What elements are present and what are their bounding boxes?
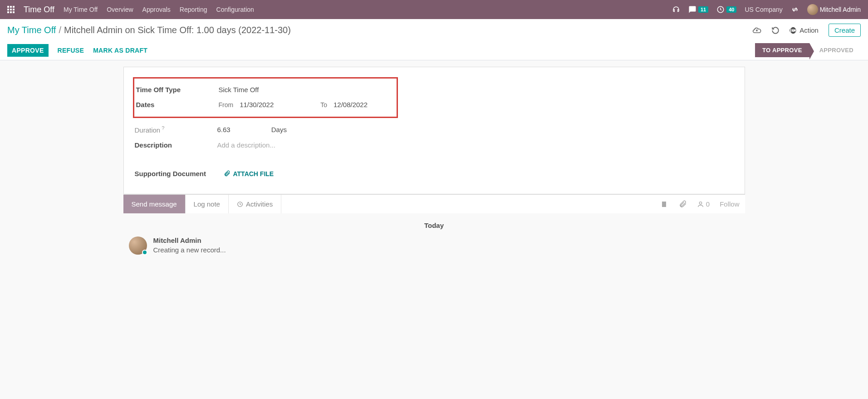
help-icon[interactable]: ?	[160, 125, 164, 131]
followers-number: 0	[706, 200, 710, 208]
highlight-box: Time Off Type Sick Time Off Dates From 1…	[133, 77, 398, 118]
cloud-save-icon[interactable]	[752, 26, 761, 35]
description-input[interactable]: Add a description...	[217, 141, 275, 149]
control-panel: My Time Off / Mitchell Admin on Sick Tim…	[0, 19, 868, 60]
approve-button[interactable]: APPROVE	[7, 44, 49, 57]
presence-indicator	[142, 250, 147, 255]
duration-unit: Days	[271, 126, 287, 133]
mark-as-draft-button[interactable]: MARK AS DRAFT	[93, 47, 147, 54]
attach-file-button[interactable]: ATTACH FILE	[224, 170, 274, 177]
status-bar: TO APPROVE APPROVED	[755, 43, 861, 57]
from-label: From	[219, 101, 234, 108]
activities-button[interactable]: Activities	[229, 195, 281, 213]
nav-overview[interactable]: Overview	[107, 6, 133, 13]
send-message-button[interactable]: Send message	[123, 195, 186, 213]
duration-label: Duration ?	[133, 125, 217, 134]
breadcrumb-parent[interactable]: My Time Off	[7, 25, 56, 35]
apps-icon[interactable]	[7, 6, 15, 13]
action-label: Action	[799, 26, 819, 34]
form-sheet: Time Off Type Sick Time Off Dates From 1…	[123, 67, 745, 194]
support-icon[interactable]	[672, 5, 680, 14]
nav-reporting[interactable]: Reporting	[180, 6, 207, 13]
today-separator: Today	[123, 213, 745, 234]
date-to-value[interactable]: 12/08/2022	[333, 101, 368, 108]
user-menu[interactable]: Mitchell Admin	[807, 4, 861, 15]
discard-icon[interactable]	[771, 26, 780, 34]
nav-configuration[interactable]: Configuration	[216, 6, 254, 13]
user-name: Mitchell Admin	[820, 6, 861, 13]
message-author: Mitchell Admin	[153, 236, 226, 244]
app-brand[interactable]: Time Off	[24, 5, 54, 15]
nav-approvals[interactable]: Approvals	[142, 6, 171, 13]
activities-badge: 40	[726, 6, 736, 13]
attachments-icon[interactable]	[661, 200, 669, 208]
chatter-tabs: Send message Log note Activities	[123, 195, 282, 213]
nav-my-time-off[interactable]: My Time Off	[64, 6, 98, 13]
breadcrumb-current: Mitchell Admin on Sick Time Off: 1.00 da…	[64, 25, 291, 35]
followers-count[interactable]: 0	[697, 200, 710, 208]
follow-button[interactable]: Follow	[720, 200, 739, 208]
message-avatar	[129, 236, 147, 255]
type-value[interactable]: Sick Time Off	[219, 86, 259, 94]
chatter: Send message Log note Activities 0 Follo…	[116, 194, 752, 257]
activities-label: Activities	[246, 200, 273, 208]
dates-label: Dates	[134, 101, 219, 108]
duration-value[interactable]: 6.63	[217, 126, 230, 133]
create-button[interactable]: Create	[829, 24, 861, 37]
paperclip-icon[interactable]	[679, 200, 687, 208]
workflow-bar: APPROVE REFUSE MARK AS DRAFT TO APPROVE …	[0, 40, 868, 60]
log-note-button[interactable]: Log note	[186, 195, 229, 213]
company-switcher[interactable]: US Company	[745, 6, 782, 13]
navbar-left: Time Off My Time Off Overview Approvals …	[7, 5, 254, 15]
supporting-doc-label: Supporting Document	[133, 170, 224, 177]
avatar-icon	[807, 4, 818, 15]
status-approved[interactable]: APPROVED	[809, 43, 861, 57]
action-dropdown[interactable]: Action	[790, 26, 819, 34]
to-label: To	[320, 101, 327, 108]
attach-file-label: ATTACH FILE	[233, 170, 274, 177]
message-item: Mitchell Admin Creating a new record...	[123, 234, 745, 257]
messages-icon[interactable]: 11	[688, 5, 708, 14]
top-navbar: Time Off My Time Off Overview Approvals …	[0, 0, 868, 19]
svg-point-2	[699, 202, 701, 204]
messages-badge: 11	[698, 6, 708, 13]
breadcrumb: My Time Off / Mitchell Admin on Sick Tim…	[7, 25, 291, 35]
status-to-approve[interactable]: TO APPROVE	[755, 43, 809, 57]
description-label: Description	[133, 141, 217, 149]
debug-icon[interactable]	[791, 5, 799, 14]
navbar-right: 11 40 US Company Mitchell Admin	[672, 4, 861, 15]
type-label: Time Off Type	[134, 86, 219, 94]
breadcrumb-separator: /	[59, 25, 61, 35]
cp-actions: Action Create	[752, 24, 861, 37]
activities-icon[interactable]: 40	[716, 5, 736, 14]
date-from-value[interactable]: 11/30/2022	[240, 101, 317, 108]
message-body: Creating a new record...	[153, 246, 226, 254]
refuse-button[interactable]: REFUSE	[58, 47, 84, 54]
